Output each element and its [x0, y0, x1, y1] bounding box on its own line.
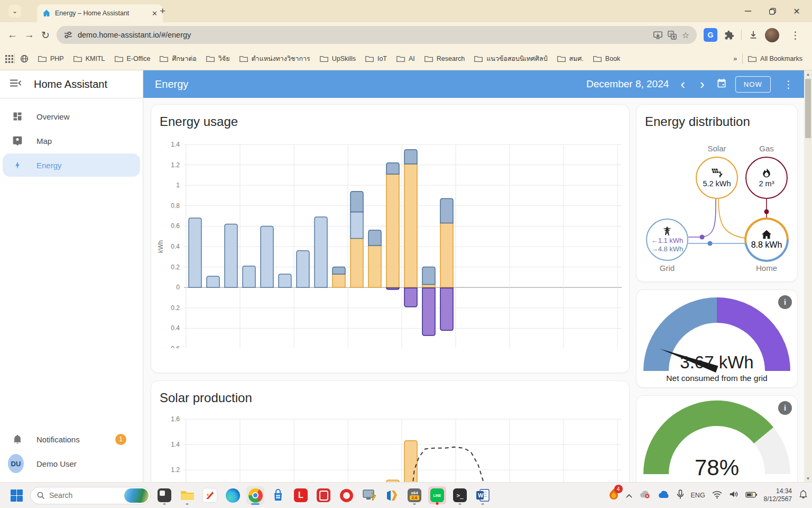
bookmark-item[interactable]: ตำแหน่งทางวิชาการ [235, 51, 315, 66]
energy-usage-chart[interactable]: 1.41.210.80.60.40.200.20.40.612:00 AM3:0… [151, 105, 630, 348]
bookmark-globe-icon[interactable] [16, 52, 33, 65]
sidebar-item-overview[interactable]: Overview [3, 105, 140, 128]
bookmark-item[interactable]: E-Office [110, 53, 155, 65]
gas-node[interactable]: 2 m³ [745, 157, 788, 199]
browser-profile-avatar[interactable] [765, 28, 779, 42]
browser-tab[interactable]: Energy – Home Assistant ✕ [37, 4, 163, 22]
search-daily-image[interactable] [124, 488, 149, 503]
sidebar-item-energy[interactable]: Energy [3, 153, 140, 177]
x64-tool-app[interactable]: x642.6 [405, 486, 423, 504]
tray-bell-icon[interactable] [799, 489, 808, 501]
sidebar-item-map[interactable]: Map [3, 129, 140, 152]
bookmark-item[interactable]: PHP [34, 53, 68, 65]
bookmark-item[interactable]: ศึกษาต่อ [155, 51, 200, 66]
microphone-icon[interactable] [677, 489, 684, 502]
word-app[interactable]: W [474, 486, 492, 504]
window-minimize-button[interactable] [736, 0, 760, 22]
extensions-puzzle-icon[interactable] [724, 30, 734, 40]
tab-close-icon[interactable]: ✕ [152, 10, 158, 17]
language-indicator[interactable]: ENG [691, 492, 705, 499]
bookmark-star-icon[interactable]: ☆ [682, 30, 689, 40]
translate-extension-icon[interactable]: G [704, 28, 717, 42]
file-explorer-app[interactable] [178, 486, 196, 504]
battery-icon[interactable] [745, 491, 757, 500]
bookmark-item[interactable]: สมศ. [553, 51, 588, 66]
start-button[interactable] [7, 486, 25, 504]
svg-text:0.6: 0.6 [171, 222, 180, 230]
opera-browser-app[interactable] [337, 486, 355, 504]
address-bar[interactable]: demo.home-assistant.io/#/energy G ☆ [57, 26, 697, 44]
solar-production-chart[interactable]: 1.61.41.2 [151, 381, 630, 483]
scrollbar-thumb[interactable] [805, 79, 811, 138]
line-app[interactable]: LINE [428, 486, 446, 504]
info-icon[interactable]: i [778, 401, 792, 415]
page-scrollbar[interactable]: ▲ ▼ [804, 70, 812, 483]
back-icon[interactable]: ← [7, 29, 17, 41]
l-app[interactable]: L [292, 486, 310, 504]
downloads-icon[interactable] [749, 30, 758, 40]
scroll-down-icon[interactable]: ▼ [804, 476, 812, 481]
pc-utility-app[interactable] [360, 486, 378, 504]
bookmarks-overflow-icon[interactable]: » [729, 53, 741, 65]
tray-expand-icon[interactable] [626, 491, 632, 500]
scroll-up-icon[interactable]: ▲ [804, 72, 812, 77]
window-close-button[interactable]: ✕ [785, 0, 809, 22]
sidebar-notifications[interactable]: Notifications 1 [3, 428, 140, 451]
bookmark-item[interactable]: KMITL [69, 53, 109, 65]
browser-menu-icon[interactable]: ⋮ [786, 29, 805, 41]
bookmark-item[interactable]: แนวข้อสอบนิเทศศิลป์ [470, 51, 551, 66]
sidebar-toggle-icon[interactable] [10, 78, 21, 90]
bookmark-item[interactable]: วิจัย [202, 51, 234, 66]
window-restore-button[interactable] [760, 0, 785, 22]
bookmark-item[interactable]: Book [589, 53, 625, 65]
utility-app[interactable] [201, 486, 219, 504]
svg-text:W: W [478, 492, 484, 498]
microsoft-store-app[interactable] [269, 486, 287, 504]
calendar-icon[interactable] [716, 78, 727, 90]
wifi-icon[interactable] [712, 491, 722, 501]
bookmark-item[interactable]: IoT [361, 53, 391, 65]
next-day-icon[interactable]: › [697, 79, 708, 89]
now-button[interactable]: NOW [735, 76, 771, 93]
net-consumed-value: 3.67 kWh [636, 352, 797, 373]
volume-icon[interactable] [729, 490, 739, 501]
new-tab-button[interactable]: + [160, 5, 165, 17]
terminal-app[interactable]: >_ [451, 486, 469, 504]
grid-node[interactable]: ←1.1 kWh →4.8 kWh [646, 219, 688, 261]
red-media-app[interactable] [315, 486, 333, 504]
header-menu-icon[interactable]: ⋮ [779, 78, 798, 90]
bookmark-item[interactable]: UpSkills [316, 53, 360, 65]
task-view-app[interactable] [155, 486, 173, 504]
ha-sidebar: Home Assistant Overview Map Energy [0, 70, 143, 483]
url-text[interactable]: demo.home-assistant.io/#/energy [78, 31, 648, 39]
onedrive-icon[interactable] [658, 491, 670, 501]
translate-page-icon[interactable]: G [668, 31, 677, 40]
bookmark-item[interactable]: Research [420, 53, 469, 65]
transmission-tower-icon [662, 226, 672, 235]
forward-icon[interactable]: → [24, 29, 34, 41]
info-icon[interactable]: i [778, 295, 792, 309]
solar-node[interactable]: 5.2 kWh [696, 157, 738, 199]
home-node[interactable]: 8.8 kWh [744, 217, 789, 262]
home-icon [761, 230, 772, 239]
previous-day-icon[interactable]: ‹ [677, 79, 688, 89]
reload-icon[interactable]: ↻ [41, 29, 50, 41]
apps-grid-icon[interactable] [5, 55, 13, 63]
site-settings-icon[interactable] [64, 31, 72, 39]
tab-search-button[interactable]: ⌄ [8, 5, 21, 17]
dev-tool-app[interactable] [383, 486, 401, 504]
tray-notification-app[interactable]: 4 [608, 488, 619, 503]
edge-browser-app[interactable] [224, 486, 242, 504]
chrome-browser-app[interactable] [246, 486, 264, 504]
taskbar-search[interactable]: Search [30, 487, 151, 504]
all-bookmarks-button[interactable]: All Bookmarks [744, 53, 807, 65]
bookmark-item[interactable]: AI [392, 53, 419, 65]
bookmarks-bar: PHP KMITL E-Office ศึกษาต่อ วิจัย ตำแหน่… [0, 48, 812, 70]
grid-return-value: 1.1 kWh [658, 237, 684, 244]
user-avatar: DU [8, 454, 24, 473]
clock[interactable]: 14:34 8/12/2567 [764, 487, 792, 503]
sync-error-cloud-icon[interactable] [639, 490, 651, 501]
sidebar-user[interactable]: DU Demo User [3, 452, 140, 475]
install-app-icon[interactable] [653, 31, 662, 39]
svg-text:0.2: 0.2 [171, 304, 180, 312]
